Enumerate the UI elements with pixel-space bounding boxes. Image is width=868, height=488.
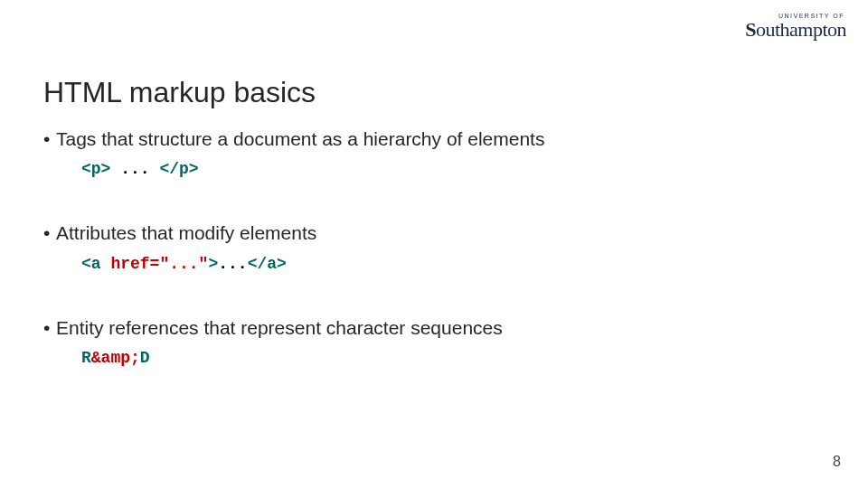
bullet-item: •Tags that structure a document as a hie… [43,127,825,181]
code-token-entity: &amp; [91,349,140,367]
bullet-label: Entity references that represent charact… [56,317,503,338]
code-token-open-tag: <a [81,255,110,273]
code-sample: <p> ... </p> [81,158,825,181]
bullet-item: •Entity references that represent charac… [43,315,825,370]
slide-title: HTML markup basics [43,76,316,109]
code-token-d: D [140,349,150,367]
bullet-label: Attributes that modify elements [56,222,316,243]
bullet-dot-icon: • [43,315,56,340]
bullet-text: •Attributes that modify elements [43,221,825,245]
slide-body: •Tags that structure a document as a hie… [43,127,825,409]
bullet-dot-icon: • [43,127,56,151]
slide: UNIVERSITY OF Southampton HTML markup ba… [0,0,868,488]
code-token-after-attr: > [208,255,218,273]
bullet-label: Tags that structure a document as a hier… [56,128,544,149]
code-sample: R&amp;D [81,347,825,370]
logo-word: Southampton [745,20,846,40]
code-token-ellipsis: ... [110,160,159,178]
code-token-r: R [81,349,91,367]
logo-word-initial: S [745,18,756,41]
code-token-close-tag: </a> [248,255,287,273]
code-token-open-tag: <p> [81,160,110,178]
code-token-ellipsis: ... [218,255,247,273]
bullet-text: •Tags that structure a document as a hie… [43,127,825,151]
bullet-text: •Entity references that represent charac… [43,315,825,340]
code-token-attribute: href="..." [110,255,208,273]
page-number: 8 [833,454,841,470]
bullet-dot-icon: • [43,221,56,245]
logo-word-rest: outhampton [756,18,846,41]
code-token-close-tag: </p> [159,160,198,178]
code-sample: <a href="...">...</a> [81,253,825,276]
bullet-item: •Attributes that modify elements <a href… [43,221,825,275]
university-logo: UNIVERSITY OF Southampton [745,13,846,40]
